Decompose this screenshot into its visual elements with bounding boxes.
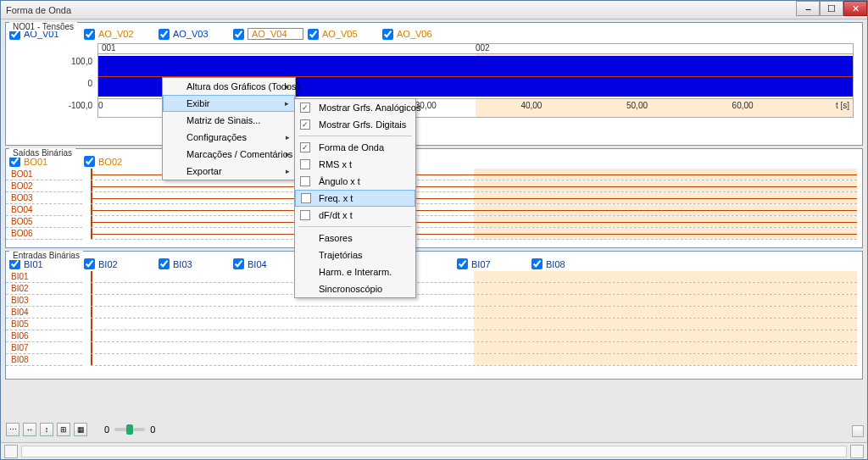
channel-checkbox[interactable]: BI03 [159, 258, 233, 269]
checkbox-icon [300, 176, 310, 186]
checkbox[interactable] [159, 29, 170, 40]
channel-label: BI01 [24, 259, 43, 269]
channel-checkbox[interactable]: BI08 [531, 258, 606, 269]
y-tick: -100,0 [69, 101, 92, 110]
menu-item[interactable]: Matriz de Sinais... [163, 112, 295, 129]
row-label: BI08 [6, 354, 82, 366]
signal-track[interactable] [91, 216, 857, 228]
context-submenu-exibir: ✓Mostrar Grfs. Analógicos✓Mostrar Grfs. … [294, 98, 416, 298]
menu-item[interactable]: Fasores [295, 230, 415, 247]
menu-item[interactable]: Harm. e Interarm. [295, 263, 415, 280]
tool-button-2[interactable]: ↔ [23, 423, 36, 436]
signal-track[interactable] [91, 354, 857, 366]
menu-item[interactable]: Sincronoscópio [295, 280, 415, 297]
checkbox[interactable] [233, 29, 244, 40]
signal-track[interactable] [91, 271, 857, 283]
window-close-button[interactable]: ✕ [843, 1, 867, 16]
channel-checkbox[interactable]: AO_V05 [308, 29, 382, 40]
right-tool-button[interactable] [852, 425, 864, 437]
zoom-slider[interactable]: 0 0 [104, 424, 155, 435]
checkbox-icon: ✓ [300, 142, 310, 152]
time-header: 001 002 [97, 43, 854, 53]
menu-item[interactable]: Altura dos Gráficos (Todos)▸ [163, 78, 295, 95]
tool-button-3[interactable]: ↕ [40, 423, 53, 436]
row-label: BI03 [6, 295, 82, 307]
tool-button-5[interactable]: ▦ [74, 423, 87, 436]
checkbox[interactable] [84, 29, 95, 40]
channel-label: AO_V06 [397, 29, 432, 39]
x-tick: 40,00 [520, 101, 542, 110]
row-label: BO04 [6, 204, 82, 216]
menu-item-label: Mostrar Grfs. Digitais [319, 119, 406, 130]
bottom-toolbar: ⋯ ↔ ↕ ⊞ ▦ 0 0 [1, 418, 867, 441]
row-label: BI05 [6, 319, 82, 330]
signal-track[interactable] [91, 192, 857, 204]
channel-label: AO_V02 [98, 29, 134, 39]
channel-checkbox[interactable]: BI07 [457, 258, 531, 269]
menu-item[interactable]: Configurações▸ [163, 129, 295, 146]
checkbox[interactable] [531, 258, 542, 269]
window-title: Forma de Onda [6, 5, 71, 15]
signal-track[interactable] [91, 342, 857, 354]
x-tick: 50,00 [626, 101, 648, 110]
signal-track[interactable] [91, 204, 857, 216]
channel-label: BO01 [24, 157, 47, 167]
menu-item-label: Ângulo x t [319, 176, 360, 186]
window-minimize-button[interactable]: ‒ [796, 1, 820, 16]
y-tick: 0 [87, 79, 92, 88]
channel-checkbox[interactable]: AO_V06 [382, 29, 457, 40]
channel-label: BI02 [98, 259, 118, 269]
channel-checkbox[interactable]: AO_V02 [84, 29, 159, 40]
menu-item[interactable]: Exibir▸ [163, 95, 295, 112]
tool-button-1[interactable]: ⋯ [6, 423, 19, 436]
signal-track[interactable] [91, 295, 857, 307]
chevron-right-icon: ▸ [286, 167, 290, 175]
signal-track[interactable] [91, 283, 857, 295]
checkbox-icon [301, 193, 311, 203]
scroll-left-button[interactable] [4, 445, 18, 458]
horizontal-scrollbar[interactable] [1, 442, 867, 459]
menu-item[interactable]: RMS x t [295, 156, 415, 173]
row-label: BI07 [6, 342, 82, 354]
slider-min: 0 [104, 424, 109, 435]
channel-label: BI08 [546, 259, 565, 269]
time-mark: 001 [102, 43, 116, 53]
chevron-right-icon: ▸ [286, 82, 290, 91]
signal-track[interactable] [91, 330, 857, 342]
tool-button-4[interactable]: ⊞ [57, 423, 70, 436]
checkbox[interactable] [84, 258, 95, 269]
menu-item[interactable]: ✓Mostrar Grfs. Analógicos [295, 99, 415, 116]
menu-item[interactable]: dF/dt x t [295, 207, 415, 224]
menu-item[interactable]: Exportar▸ [163, 163, 295, 180]
time-mark: 002 [476, 43, 490, 53]
menu-item[interactable]: Trajetórias [295, 247, 415, 263]
window-maximize-button[interactable]: ☐ [820, 1, 843, 16]
checkbox[interactable] [84, 156, 95, 167]
menu-item-label: Trajetórias [319, 250, 363, 260]
row-label: BO05 [6, 216, 82, 228]
channel-checkbox[interactable]: AO_V03 [159, 29, 233, 40]
checkbox[interactable] [457, 258, 468, 269]
channel-checkbox[interactable]: AO_V04 [233, 28, 308, 40]
menu-item[interactable]: Ângulo x t [295, 173, 415, 190]
row-label: BI01 [6, 271, 82, 283]
scroll-track[interactable] [21, 446, 847, 457]
scroll-right-button[interactable] [850, 445, 864, 458]
checkbox[interactable] [308, 29, 319, 40]
menu-item[interactable]: Freq. x t [295, 190, 415, 207]
slider-max: 0 [150, 424, 155, 435]
context-menu: Altura dos Gráficos (Todos)▸Exibir▸Matri… [162, 77, 296, 180]
y-tick: 100,0 [71, 57, 92, 66]
menu-item[interactable]: ✓Forma de Onda [295, 139, 415, 156]
signal-track[interactable] [91, 228, 857, 240]
checkbox[interactable] [382, 29, 393, 40]
signal-track[interactable] [91, 307, 857, 319]
checkbox[interactable] [233, 258, 244, 269]
channel-checkbox[interactable]: BI02 [84, 258, 159, 269]
signal-track[interactable] [91, 319, 857, 330]
checkbox[interactable] [159, 258, 170, 269]
channel-checkbox[interactable]: BO02 [84, 156, 159, 167]
menu-item[interactable]: ✓Mostrar Grfs. Digitais [295, 116, 415, 133]
menu-item[interactable]: Marcações / Comentários▸ [163, 146, 295, 163]
signal-track[interactable] [91, 180, 857, 192]
